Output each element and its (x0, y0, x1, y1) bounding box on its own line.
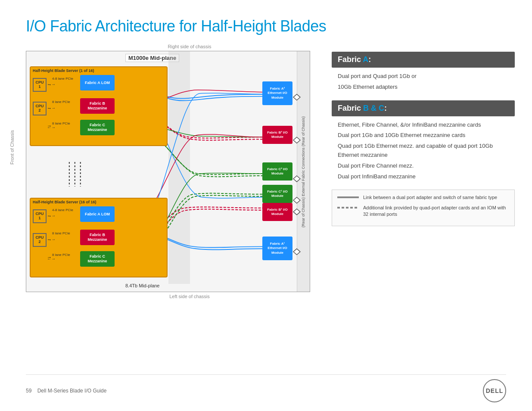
blade-bottom-title: Half-Height Blade Server (16 of 16) (31, 199, 167, 206)
cpu1-bottom: CPU1 (33, 209, 47, 223)
left-side-label: Left side of chassis (60, 294, 319, 299)
fabric-bc-section: Fabric B & C: Ethernet, Fibre Channel, &… (332, 100, 515, 181)
fabric-c-mezz-top: Fabric C Mezzanine (80, 120, 115, 135)
legend-box: Link between a dual port adapter and swi… (332, 190, 515, 226)
legend-solid: Link between a dual port adapter and swi… (337, 194, 509, 201)
right-side-label: Right side of chassis (60, 44, 319, 49)
io-module-c2: Fabric C² I/O Module (262, 162, 292, 181)
footer: 59 Dell M-Series Blade I/O Guide DELL (26, 374, 506, 402)
fabric-a-lom-top: Fabric A LOM (80, 75, 115, 90)
page-title: I/O Fabric Architecture for Half-Height … (0, 0, 532, 44)
fabric-a-lom-bottom: Fabric A LOM (80, 206, 115, 222)
front-chassis-label: Front of Chassis (9, 130, 15, 165)
pcie2-bottom: 8 lane PCIe (52, 231, 70, 235)
dell-logo: DELL (483, 379, 506, 402)
cpu2-bottom: CPU2 (33, 233, 47, 247)
midplane-8tb-label: 8.4Tb Mid-plane (125, 283, 160, 288)
io-module-b1: Fabric B¹ I/O Module (262, 203, 292, 221)
legend-dashed-line (337, 207, 359, 209)
io-module-a1: Fabric A¹ Ethernet I/O Module (262, 237, 292, 260)
pcie1-bottom: 4-8 lane PCIe (52, 208, 73, 212)
diagram-box: M1000e Mid-plane (Rear of Chassis) Exter… (26, 51, 310, 292)
cpu2-top: CPU2 (33, 102, 47, 115)
fabric-c-mezz-bottom: Fabric C Mezzanine (80, 251, 115, 267)
legend-solid-line (337, 196, 359, 198)
fabric-a-letter: A (363, 55, 368, 64)
blade-server-bottom: Half-Height Blade Server (16 of 16) CPU1… (30, 198, 168, 277)
blade-top-title: Half-Height Blade Server (1 of 16) (31, 67, 167, 74)
fabric-bc-letters: B & C (363, 104, 384, 112)
pcie2-top: 8 lane PCIe (52, 100, 70, 104)
info-panel: Fabric A: Dual port and Quad port 1Gb or… (332, 44, 515, 299)
cpu1-top: CPU1 (33, 78, 47, 92)
io-module-c1: Fabric C¹ I/O Module (262, 185, 292, 203)
blade-server-top: Half-Height Blade Server (1 of 16) CPU1 … (30, 66, 168, 146)
pcie1-top: 4-8 lane PCIe (52, 77, 73, 81)
io-module-b2: Fabric B² I/O Module (262, 126, 292, 144)
midplane-shaded (168, 51, 190, 284)
fabric-bc-header: Fabric B & C: (332, 100, 515, 116)
diagram-area: Right side of chassis M1000e Mid-plane (… (26, 44, 319, 299)
legend-dashed: Additional link provided by quad-port ad… (337, 205, 509, 218)
rear-chassis-label: (Rear of Chassis) External Fabric Connec… (297, 51, 310, 292)
fabric-bc-text: Ethernet, Fibre Channel, &/or InfiniBand… (332, 121, 515, 181)
io-module-a2: Fabric A² Ethernet I/O Module (262, 81, 292, 105)
fabric-a-section: Fabric A: Dual port and Quad port 1Gb or… (332, 52, 515, 92)
fabric-b-mezz-top: Fabric B Mezzanine (80, 98, 115, 114)
fabric-b-mezz-bottom: Fabric B Mezzanine (80, 230, 115, 245)
fabric-a-text: Dual port and Quad port 1Gb or 10Gb Ethe… (332, 72, 515, 92)
fabric-a-header: Fabric A: (332, 52, 515, 68)
footer-text: 59 Dell M-Series Blade I/O Guide (26, 388, 106, 394)
